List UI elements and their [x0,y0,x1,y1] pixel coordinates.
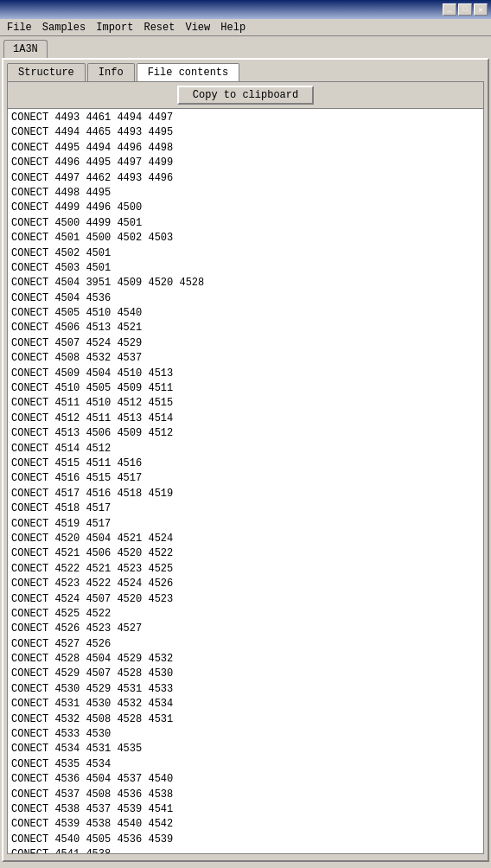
table-row: CONECT 4534 4531 4535 [11,742,480,756]
file-contents-panel: Copy to clipboard CONECT 4493 4461 4494 … [7,81,484,854]
main-tab-bar: 1A3N [0,36,491,58]
table-row: CONECT 4500 4499 4501 [11,216,480,231]
table-row: CONECT 4509 4504 4510 4513 [11,367,480,381]
table-row: CONECT 4516 4515 4517 [11,471,480,486]
table-row: CONECT 4532 4508 4528 4531 [11,712,480,727]
table-row: CONECT 4505 4510 4540 [11,306,480,321]
table-row: CONECT 4521 4506 4520 4522 [11,546,480,561]
menu-view[interactable]: View [180,20,215,35]
table-row: CONECT 4512 4511 4513 4514 [11,412,480,426]
table-row: CONECT 4525 4522 [11,607,480,622]
menu-samples[interactable]: Samples [37,20,91,35]
table-row: CONECT 4501 4500 4502 4503 [11,231,480,246]
table-row: CONECT 4527 4526 [11,637,480,652]
minimize-button[interactable]: _ [443,3,456,16]
table-row: CONECT 4507 4524 4529 [11,336,480,351]
table-row: CONECT 4515 4511 4516 [11,456,480,471]
table-row: CONECT 4540 4505 4536 4539 [11,833,480,847]
table-row: CONECT 4517 4516 4518 4519 [11,487,480,501]
menu-reset[interactable]: Reset [138,20,180,35]
table-row: CONECT 4494 4465 4493 4495 [11,125,480,140]
window-controls: _ □ ✕ [443,3,488,16]
table-row: CONECT 4508 4532 4537 [11,351,480,366]
sub-tab-bar: Structure Info File contents [3,60,488,81]
table-row: CONECT 4523 4522 4524 4526 [11,577,480,591]
table-row: CONECT 4531 4530 4532 4534 [11,697,480,712]
tab-file-contents[interactable]: File contents [137,63,240,81]
table-row: CONECT 4503 4501 [11,261,480,276]
table-row: CONECT 4519 4517 [11,517,480,532]
table-row: CONECT 4506 4513 4521 [11,321,480,335]
table-row: CONECT 4541 4538 [11,847,480,853]
tab-structure[interactable]: Structure [7,63,86,81]
table-row: CONECT 4533 4530 [11,727,480,742]
table-row: CONECT 4526 4523 4527 [11,622,480,636]
table-row: CONECT 4524 4507 4520 4523 [11,592,480,607]
table-row: CONECT 4530 4529 4531 4533 [11,682,480,697]
table-row: CONECT 4498 4495 [11,186,480,201]
table-row: CONECT 4529 4507 4528 4530 [11,667,480,681]
maximize-button[interactable]: □ [458,3,472,16]
table-row: CONECT 4511 4510 4512 4515 [11,396,480,411]
content-area: Structure Info File contents Copy to cli… [2,58,489,862]
table-row: CONECT 4495 4494 4496 4498 [11,141,480,156]
table-row: CONECT 4518 4517 [11,501,480,516]
menu-file[interactable]: File [2,20,37,35]
table-row: CONECT 4504 4536 [11,291,480,306]
copy-to-clipboard-button[interactable]: Copy to clipboard [177,86,314,105]
table-row: CONECT 4522 4521 4523 4525 [11,562,480,577]
title-bar: _ □ ✕ [0,0,491,19]
table-row: CONECT 4502 4501 [11,246,480,261]
table-row: CONECT 4504 3951 4509 4520 4528 [11,276,480,290]
tab-info[interactable]: Info [87,63,135,81]
table-row: CONECT 4520 4504 4521 4524 [11,532,480,546]
close-button[interactable]: ✕ [474,3,488,16]
table-row: CONECT 4514 4512 [11,442,480,456]
file-content-scroll[interactable]: CONECT 4493 4461 4494 4497CONECT 4494 44… [8,109,483,853]
table-row: CONECT 4510 4505 4509 4511 [11,381,480,396]
menu-help[interactable]: Help [215,20,251,35]
table-row: CONECT 4538 4537 4539 4541 [11,802,480,817]
copy-button-bar: Copy to clipboard [8,82,483,109]
table-row: CONECT 4493 4461 4494 4497 [11,111,480,125]
menu-bar: File Samples Import Reset View Help [0,19,491,36]
table-row: CONECT 4539 4538 4540 4542 [11,817,480,832]
table-row: CONECT 4528 4504 4529 4532 [11,652,480,667]
table-row: CONECT 4537 4508 4536 4538 [11,788,480,802]
table-row: CONECT 4497 4462 4493 4496 [11,171,480,186]
table-row: CONECT 4496 4495 4497 4499 [11,156,480,170]
table-row: CONECT 4513 4506 4509 4512 [11,426,480,441]
table-row: CONECT 4499 4496 4500 [11,201,480,215]
menu-import[interactable]: Import [91,20,138,35]
table-row: CONECT 4536 4504 4537 4540 [11,772,480,787]
main-tab-1a3n[interactable]: 1A3N [3,40,48,58]
table-row: CONECT 4535 4534 [11,757,480,772]
